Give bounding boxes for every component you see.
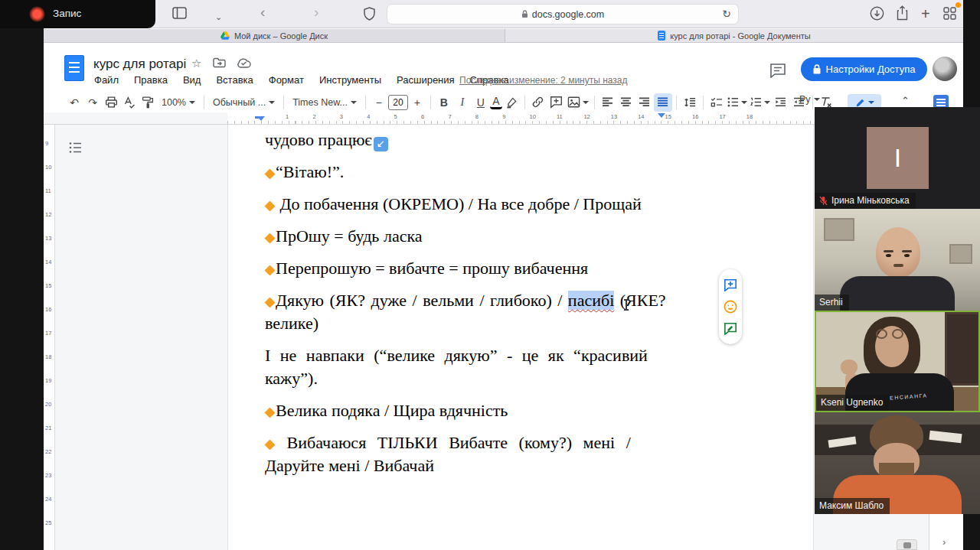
account-avatar[interactable] xyxy=(933,57,957,81)
door xyxy=(945,312,980,386)
align-right-button[interactable] xyxy=(635,93,654,112)
sidebar-toggle-icon[interactable] xyxy=(172,7,187,19)
menu-view[interactable]: Вид xyxy=(183,74,201,86)
bulleted-list-button[interactable] xyxy=(726,93,749,112)
checklist-button[interactable] xyxy=(707,93,726,112)
doc-line[interactable]: ◆ПрОшу = будь ласка xyxy=(265,225,665,248)
redo-button[interactable]: ↷ xyxy=(83,93,102,112)
menu-edit[interactable]: Правка xyxy=(134,74,168,86)
participant-tile-active-speaker[interactable]: ЕНСИАНГА Kseni Ugnenko xyxy=(815,311,980,412)
ruler-number: 5 xyxy=(394,113,397,120)
share-settings-button[interactable]: Настройки Доступа xyxy=(801,57,927,81)
ruler-number: 13 xyxy=(45,235,51,242)
cloud-status-icon[interactable] xyxy=(237,57,251,68)
ruler-number: 15 xyxy=(665,113,671,120)
chevron-right-icon[interactable]: › xyxy=(942,536,946,548)
forward-button[interactable]: › xyxy=(314,5,318,20)
ruler-number: 12 xyxy=(583,113,590,120)
comment-history-icon[interactable] xyxy=(769,63,786,78)
privacy-shield-icon[interactable] xyxy=(364,7,375,21)
doc-line[interactable]: чудово працює↙ xyxy=(265,129,665,151)
emoji-reaction-icon[interactable] xyxy=(724,300,737,314)
menu-tools[interactable]: Инструменты xyxy=(319,74,381,86)
doc-text[interactable]: чудово працює↙◆“Вітаю!”.◆ До побачення (… xyxy=(265,129,665,477)
insert-link-button[interactable] xyxy=(529,93,547,112)
add-comment-button[interactable] xyxy=(547,93,566,112)
new-tab-icon[interactable]: + xyxy=(921,6,930,21)
doc-line[interactable]: ◆Дякую (ЯК? дуже / вельми / глибоко) / п… xyxy=(265,289,665,312)
reload-icon[interactable]: ↻ xyxy=(722,8,731,20)
highlight-color-button[interactable] xyxy=(502,93,521,112)
suggest-edits-icon[interactable] xyxy=(724,322,737,335)
input-tools-button[interactable]: Ру xyxy=(799,94,820,105)
print-button[interactable] xyxy=(102,93,120,112)
font-size-input[interactable]: 20 xyxy=(388,95,408,110)
participant-tile[interactable]: Serhii xyxy=(815,209,980,311)
participant-video xyxy=(876,227,920,278)
paint-format-button[interactable] xyxy=(139,93,157,112)
chevron-down-icon[interactable]: ⌄ xyxy=(215,9,222,24)
last-edited-link[interactable]: Последнее изменение: 2 минуты назад xyxy=(459,75,628,86)
doc-line[interactable]: І не навпаки (“велике дякую” - це як “кр… xyxy=(265,344,665,367)
right-indent-marker[interactable] xyxy=(658,113,665,118)
align-center-button[interactable] xyxy=(617,93,635,112)
italic-button[interactable]: I xyxy=(453,93,472,112)
insert-image-button[interactable] xyxy=(566,93,590,112)
add-comment-margin-icon[interactable] xyxy=(724,278,737,291)
explore-button[interactable] xyxy=(897,539,917,550)
menu-extensions[interactable]: Расширения xyxy=(397,74,455,86)
tab-google-drive[interactable]: Мой диск – Google Диск xyxy=(44,29,505,42)
doc-line[interactable]: ◆ Вибачаюся ТІЛЬКИ Вибачте (кому?) мені … xyxy=(265,431,665,454)
numbered-list-button[interactable] xyxy=(749,93,772,112)
doc-line[interactable]: ◆“Вітаю!”. xyxy=(265,161,665,184)
tab-overview-icon[interactable] xyxy=(943,7,956,20)
address-bar[interactable]: docs.google.com ↻ xyxy=(387,4,739,24)
bold-button[interactable]: B xyxy=(435,93,453,112)
font-select[interactable]: Times New... xyxy=(288,93,361,112)
document-title[interactable]: курс для ротарі xyxy=(93,57,186,72)
vertical-ruler[interactable]: 910111213141516171819202122232425 xyxy=(44,125,55,550)
menu-file[interactable]: Файл xyxy=(94,74,119,86)
doc-text-segment: кажу”). xyxy=(265,369,318,388)
underline-button[interactable]: U xyxy=(472,93,490,112)
move-to-folder-icon[interactable] xyxy=(213,57,226,68)
doc-line[interactable]: кажу”). xyxy=(265,367,665,390)
pencil-icon xyxy=(855,98,865,108)
google-drive-icon xyxy=(220,31,230,40)
ruler-number: 16 xyxy=(692,113,698,120)
doc-line[interactable]: Даруйте мені / Вибачай xyxy=(265,454,665,477)
scrollbar-track[interactable] xyxy=(929,514,963,550)
back-button[interactable]: ‹ xyxy=(260,5,265,20)
menu-insert[interactable]: Вставка xyxy=(216,74,253,86)
zoom-select[interactable]: 100% xyxy=(157,93,200,112)
paragraph-style-select[interactable]: Обычный ... xyxy=(208,93,279,112)
text-color-button[interactable]: A xyxy=(490,95,502,109)
undo-button[interactable]: ↶ xyxy=(65,93,83,112)
menu-format[interactable]: Формат xyxy=(269,74,304,86)
doc-line[interactable]: ◆ До побачення (ОКРЕМО) / На все добре /… xyxy=(265,193,665,216)
decrease-indent-button[interactable] xyxy=(772,93,790,112)
share-icon[interactable] xyxy=(896,5,909,21)
line-spacing-button[interactable] xyxy=(681,93,699,112)
align-justify-button[interactable] xyxy=(654,93,672,112)
doc-text-segment: Перепрошую = вибачте = прошу вибачення xyxy=(276,259,588,278)
doc-line[interactable]: ◆Перепрошую = вибачте = прошу вибачення xyxy=(265,257,665,280)
tab-google-docs[interactable]: курс для ротарі - Google Документы xyxy=(505,29,963,42)
increase-font-button[interactable]: + xyxy=(408,93,426,112)
tab-bar: Мой диск – Google Диск курс для ротарі -… xyxy=(44,29,963,43)
collapse-toolbar-icon[interactable]: ⌃ xyxy=(901,95,910,106)
participant-tile[interactable]: Максим Шабло xyxy=(815,412,980,514)
doc-line[interactable]: велике) xyxy=(265,312,665,335)
downloads-icon[interactable] xyxy=(870,6,884,21)
participant-name: Serhii xyxy=(819,297,843,308)
google-docs-logo[interactable] xyxy=(64,55,84,81)
participant-tile[interactable]: І Ірина Міньковська xyxy=(815,107,980,209)
star-icon[interactable]: ☆ xyxy=(191,57,201,70)
show-outline-icon[interactable] xyxy=(69,142,83,154)
doc-line[interactable]: ◆Велика подяка / Щира вдячність xyxy=(265,399,665,422)
first-line-indent-marker[interactable] xyxy=(255,116,263,119)
align-left-button[interactable] xyxy=(599,93,617,112)
decrease-font-button[interactable]: − xyxy=(370,93,388,112)
participant-label: Serhii xyxy=(815,295,849,311)
spellcheck-button[interactable] xyxy=(120,93,139,112)
